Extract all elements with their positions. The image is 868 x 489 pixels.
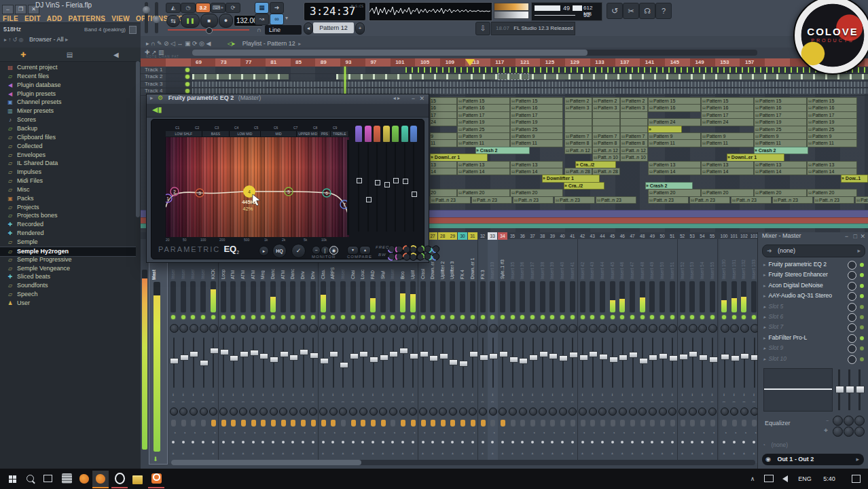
strip-stereo-knob[interactable] [409, 408, 417, 416]
eq-band-node-2[interactable]: 2 [170, 187, 179, 196]
playlist-timeline-ruler[interactable]: 6973778185899397101105109113117121125129… [141, 58, 868, 67]
strip-fader-handle[interactable] [599, 354, 608, 360]
browser-item-recorded[interactable]: ✚Recorded [0, 220, 136, 229]
strip-sep-leftright-icon[interactable]: ↔ [528, 399, 537, 403]
mixer-strip-27[interactable]: 27Down..er 1↕↔◔▲ [428, 239, 439, 463]
strip-arrow-icon[interactable]: ▲ [657, 451, 667, 455]
eq-slider-track-7[interactable] [413, 143, 414, 232]
mixer-strip-100[interactable]: 100Insert 100↕↔◔▲ [719, 239, 730, 463]
strip-arrow-icon[interactable]: ▲ [729, 451, 739, 455]
track-name[interactable]: Track 3 [145, 81, 162, 88]
mixer-strip-35[interactable]: 35Insert 35↕↔◔▲ [508, 239, 519, 463]
strip-sep-updown-icon[interactable]: ↕ [608, 393, 617, 397]
strip-sep-leftright-icon[interactable]: ↔ [498, 399, 507, 403]
strip-sep-updown-icon[interactable]: ↕ [378, 393, 388, 397]
strip-sep-updown-icon[interactable]: ↕ [739, 393, 748, 397]
download-icon[interactable]: ⇩ [475, 22, 490, 35]
strip-arrow-icon[interactable]: ▲ [587, 451, 597, 455]
strip-stereo-knob[interactable] [339, 408, 347, 416]
strip-sep-updown-icon[interactable]: ↕ [508, 393, 518, 397]
strip-fader-handle[interactable] [509, 357, 518, 363]
opera-icon[interactable] [111, 471, 128, 488]
track-led[interactable] [185, 82, 189, 86]
strip-stereo-knob[interactable] [549, 408, 557, 416]
strip-name-label[interactable]: FX 4 [460, 248, 465, 279]
strip-name-label[interactable]: Insert 42 [580, 248, 585, 279]
strip-arrow-icon[interactable]: ▲ [647, 451, 657, 455]
mixer-strip-16[interactable]: Clas.↕↔◔▲ [319, 239, 329, 463]
strip-number[interactable]: 36 [518, 232, 527, 240]
strip-pan-knob[interactable] [249, 324, 258, 333]
strip-fx-plug-icon[interactable] [321, 420, 326, 427]
link-icon[interactable]: ∞ [270, 14, 284, 25]
pattern-clip[interactable] [620, 118, 648, 126]
strip-fader-handle[interactable] [559, 355, 568, 361]
mixer-strip-41[interactable]: 41Insert 41↕↔◔▲ [568, 239, 579, 463]
strip-rec-dot[interactable] [701, 441, 704, 443]
strip-fader-handle[interactable] [659, 353, 668, 359]
slot-enable-led[interactable] [860, 273, 864, 277]
slot-enable-led[interactable] [860, 336, 864, 340]
strip-fx-plug-icon[interactable] [361, 420, 365, 427]
strip-fader-handle[interactable] [320, 358, 329, 364]
tray-chevron-icon[interactable]: ∧ [746, 469, 759, 489]
strip-arrow-icon[interactable]: ▲ [668, 451, 677, 455]
strip-stereo-knob[interactable] [579, 408, 587, 416]
strip-sep-leftright-icon[interactable]: ↔ [328, 399, 338, 403]
strip-fader-handle[interactable] [529, 355, 538, 361]
strip-rec-dot[interactable] [491, 441, 494, 443]
strip-sep-leftright-icon[interactable]: ↔ [518, 399, 527, 403]
eq-spectrum-display[interactable]: 1234567 445Hz 42% [166, 137, 349, 237]
strip-fader-handle[interactable] [709, 357, 718, 363]
record-button[interactable]: ● [219, 14, 233, 28]
strip-arrow-icon[interactable]: ▲ [739, 451, 748, 455]
mixer-strip-1[interactable]: Inser↕↔◔▲ [168, 239, 179, 463]
slot-mix-knob[interactable] [848, 303, 856, 312]
strip-pan-knob[interactable] [579, 324, 587, 333]
strip-arrow-icon[interactable]: ▲ [179, 451, 188, 455]
strip-fader-track[interactable] [412, 338, 414, 388]
pattern-mode-button[interactable]: ▦ [255, 2, 269, 14]
mixer-strip-53[interactable]: 53Insert 53↕↔◔▲ [687, 239, 698, 463]
strip-arrow-icon[interactable]: ▲ [298, 451, 308, 455]
mixer-strip-55[interactable]: 55Insert 55↕↔◔▲ [708, 239, 719, 463]
strip-rec-dot[interactable] [521, 441, 524, 443]
strip-sep-updown-icon[interactable]: ↕ [268, 393, 278, 397]
mixer-strip-50[interactable]: 50Insert 50↕↔◔▲ [657, 239, 668, 463]
strip-fader-track[interactable] [632, 338, 634, 388]
strip-sep-leftright-icon[interactable]: ↔ [168, 399, 178, 403]
strip-stereo-knob[interactable] [170, 408, 178, 416]
strip-led[interactable] [501, 315, 505, 319]
strip-arrow-icon[interactable]: ▲ [219, 451, 228, 455]
track4-clip[interactable] [192, 88, 868, 94]
compare-button-2[interactable]: ▴ [359, 246, 371, 255]
strip-fx-plug-icon[interactable] [630, 420, 635, 427]
browser-item-impulses[interactable]: ▱Impulses [0, 168, 136, 177]
strip-rec-dot[interactable] [723, 441, 725, 443]
strip-sep-updown-icon[interactable]: ↕ [578, 393, 587, 397]
strip-stereo-knob[interactable] [589, 408, 597, 416]
strip-arrow-icon[interactable]: ▲ [288, 451, 297, 455]
mixer-strip-34[interactable]: 34Syle..1 #3↕↔◔▲ [498, 239, 509, 463]
strip-rec-dot[interactable] [501, 441, 504, 443]
strip-fx-plug-icon[interactable] [511, 420, 516, 427]
mixer-close-icon[interactable]: ✕ [860, 233, 865, 240]
pattern-clip[interactable]: ⊟Pattern 14 [457, 168, 510, 175]
strip-fader-track[interactable] [562, 338, 564, 388]
strip-led[interactable] [211, 315, 215, 319]
strip-sep-leftright-icon[interactable]: ↔ [179, 399, 188, 403]
strip-stereo-knob[interactable] [189, 408, 198, 416]
strip-name-label[interactable]: Insert 55 [710, 248, 715, 279]
strip-pan-knob[interactable] [389, 324, 398, 333]
fx-slot-2[interactable]: ▸Fruity Stereo Enhancer [761, 270, 866, 280]
strip-fader-track[interactable] [393, 338, 394, 388]
strip-led[interactable] [251, 315, 255, 319]
strip-fader-track[interactable] [342, 338, 344, 388]
strip-number[interactable]: 100 [719, 232, 729, 240]
strip-name-label[interactable]: Insert 38 [540, 248, 545, 279]
strip-fader-handle[interactable] [519, 358, 528, 364]
strip-fx-plug-icon[interactable] [490, 420, 495, 427]
strip-sep-updown-icon[interactable]: ↕ [308, 393, 318, 397]
strip-fader-track[interactable] [492, 338, 494, 388]
mixer-eq-slider-3-handle[interactable] [856, 386, 865, 393]
